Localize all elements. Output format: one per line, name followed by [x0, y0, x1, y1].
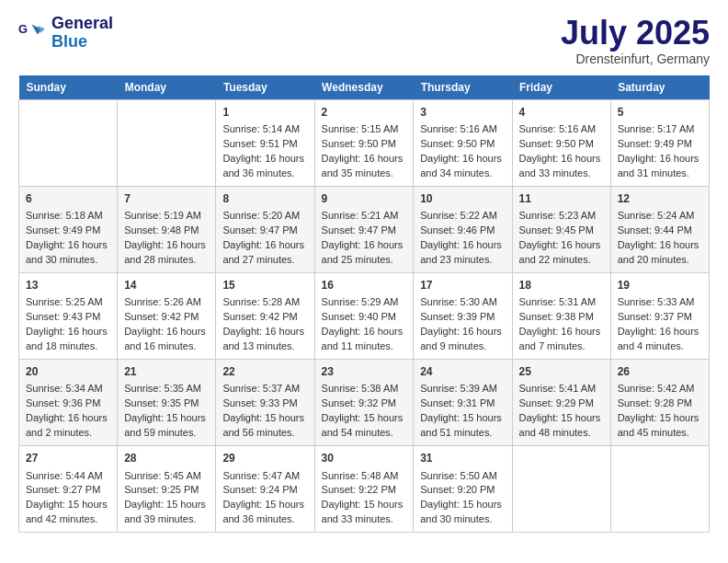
sunrise-text: Sunrise: 5:22 AM [420, 210, 497, 221]
calendar-week-5: 27Sunrise: 5:44 AMSunset: 9:27 PMDayligh… [19, 446, 710, 533]
sunset-text: Sunset: 9:24 PM [222, 484, 297, 495]
daylight-text: Daylight: 16 hours and 28 minutes. [124, 239, 206, 265]
sunset-text: Sunset: 9:50 PM [519, 138, 594, 149]
calendar-cell: 19Sunrise: 5:33 AMSunset: 9:37 PMDayligh… [610, 272, 709, 359]
calendar-cell: 6Sunrise: 5:18 AMSunset: 9:49 PMDaylight… [19, 186, 118, 272]
calendar-cell [512, 446, 610, 533]
calendar-week-4: 20Sunrise: 5:34 AMSunset: 9:36 PMDayligh… [19, 360, 710, 446]
sunrise-text: Sunrise: 5:17 AM [618, 123, 695, 134]
day-number: 17 [420, 278, 505, 293]
calendar-cell: 9Sunrise: 5:21 AMSunset: 9:47 PMDaylight… [314, 186, 414, 272]
day-number: 30 [322, 451, 407, 466]
sunset-text: Sunset: 9:28 PM [618, 397, 692, 408]
sunset-text: Sunset: 9:42 PM [124, 311, 199, 322]
day-number: 1 [222, 105, 307, 121]
day-number: 27 [26, 451, 110, 466]
calendar-cell: 26Sunrise: 5:42 AMSunset: 9:28 PMDayligh… [610, 360, 709, 446]
calendar-cell [610, 446, 709, 533]
day-number: 14 [124, 278, 209, 293]
daylight-text: Daylight: 15 hours and 59 minutes. [124, 412, 206, 438]
daylight-text: Daylight: 15 hours and 39 minutes. [124, 499, 206, 524]
calendar-cell: 30Sunrise: 5:48 AMSunset: 9:22 PMDayligh… [314, 446, 414, 533]
sunrise-text: Sunrise: 5:23 AM [519, 210, 597, 221]
daylight-text: Daylight: 16 hours and 30 minutes. [26, 239, 108, 265]
sunrise-text: Sunrise: 5:18 AM [26, 210, 103, 221]
day-number: 10 [420, 191, 505, 207]
sunrise-text: Sunrise: 5:31 AM [519, 296, 597, 307]
sunset-text: Sunset: 9:50 PM [322, 138, 396, 149]
sunrise-text: Sunrise: 5:47 AM [222, 470, 300, 481]
svg-text:G: G [18, 22, 28, 36]
sunset-text: Sunset: 9:39 PM [420, 311, 495, 322]
day-number: 15 [222, 278, 307, 293]
calendar-cell: 18Sunrise: 5:31 AMSunset: 9:38 PMDayligh… [512, 272, 610, 359]
sunrise-text: Sunrise: 5:41 AM [519, 383, 597, 394]
daylight-text: Daylight: 16 hours and 31 minutes. [618, 153, 700, 178]
day-number: 26 [618, 364, 702, 380]
day-number: 5 [618, 105, 702, 121]
header-friday: Friday [512, 75, 610, 100]
sunrise-text: Sunrise: 5:16 AM [519, 123, 597, 134]
sunrise-text: Sunrise: 5:21 AM [322, 210, 399, 221]
daylight-text: Daylight: 15 hours and 42 minutes. [26, 499, 108, 524]
daylight-text: Daylight: 15 hours and 56 minutes. [222, 412, 304, 438]
day-number: 11 [519, 191, 604, 207]
day-number: 6 [26, 191, 110, 207]
sunrise-text: Sunrise: 5:24 AM [618, 210, 695, 221]
sunset-text: Sunset: 9:38 PM [519, 311, 594, 322]
calendar-cell: 23Sunrise: 5:38 AMSunset: 9:32 PMDayligh… [314, 360, 414, 446]
sunset-text: Sunset: 9:48 PM [124, 224, 199, 236]
daylight-text: Daylight: 16 hours and 20 minutes. [618, 239, 700, 265]
header-tuesday: Tuesday [216, 75, 314, 100]
calendar-body: 1Sunrise: 5:14 AMSunset: 9:51 PMDaylight… [19, 99, 710, 533]
sunset-text: Sunset: 9:40 PM [322, 311, 396, 322]
sunset-text: Sunset: 9:36 PM [26, 397, 100, 408]
day-number: 31 [420, 451, 505, 466]
sunrise-text: Sunrise: 5:50 AM [420, 470, 497, 481]
day-number: 8 [222, 191, 307, 207]
calendar-cell: 2Sunrise: 5:15 AMSunset: 9:50 PMDaylight… [314, 99, 414, 186]
sunset-text: Sunset: 9:32 PM [322, 397, 396, 408]
day-number: 28 [124, 451, 209, 466]
daylight-text: Daylight: 15 hours and 54 minutes. [322, 412, 404, 438]
sunset-text: Sunset: 9:46 PM [420, 224, 495, 236]
daylight-text: Daylight: 16 hours and 2 minutes. [26, 412, 108, 438]
sunrise-text: Sunrise: 5:42 AM [618, 383, 695, 394]
daylight-text: Daylight: 15 hours and 33 minutes. [322, 499, 404, 524]
sunset-text: Sunset: 9:25 PM [124, 484, 199, 495]
header-saturday: Saturday [610, 75, 709, 100]
daylight-text: Daylight: 16 hours and 16 minutes. [124, 326, 206, 351]
calendar-cell: 11Sunrise: 5:23 AMSunset: 9:45 PMDayligh… [512, 186, 610, 272]
sunset-text: Sunset: 9:27 PM [26, 484, 100, 495]
sunset-text: Sunset: 9:43 PM [26, 311, 100, 322]
day-number: 12 [618, 191, 702, 207]
sunrise-text: Sunrise: 5:30 AM [420, 296, 497, 307]
daylight-text: Daylight: 15 hours and 45 minutes. [618, 412, 700, 438]
header-monday: Monday [118, 75, 216, 100]
sunrise-text: Sunrise: 5:34 AM [26, 383, 103, 394]
calendar-cell: 5Sunrise: 5:17 AMSunset: 9:49 PMDaylight… [610, 99, 709, 186]
calendar-week-2: 6Sunrise: 5:18 AMSunset: 9:49 PMDaylight… [19, 186, 710, 272]
sunrise-text: Sunrise: 5:20 AM [222, 210, 300, 221]
sunset-text: Sunset: 9:29 PM [519, 397, 594, 408]
sunset-text: Sunset: 9:35 PM [124, 397, 199, 408]
calendar-cell: 3Sunrise: 5:16 AMSunset: 9:50 PMDaylight… [414, 99, 512, 186]
logo-icon: G [18, 18, 48, 48]
logo: G GeneralBlue [18, 15, 113, 52]
page-header: G GeneralBlue July 2025 Drensteinfurt, G… [18, 15, 710, 66]
day-number: 21 [124, 364, 209, 380]
title-area: July 2025 Drensteinfurt, Germany [561, 15, 710, 66]
daylight-text: Daylight: 15 hours and 30 minutes. [420, 499, 502, 524]
calendar-cell: 27Sunrise: 5:44 AMSunset: 9:27 PMDayligh… [19, 446, 118, 533]
calendar-cell: 14Sunrise: 5:26 AMSunset: 9:42 PMDayligh… [118, 272, 216, 359]
day-number: 19 [618, 278, 702, 293]
daylight-text: Daylight: 16 hours and 4 minutes. [618, 326, 700, 351]
daylight-text: Daylight: 16 hours and 33 minutes. [519, 153, 601, 178]
day-number: 22 [222, 364, 307, 380]
day-number: 13 [26, 278, 110, 293]
daylight-text: Daylight: 16 hours and 25 minutes. [322, 239, 404, 265]
sunrise-text: Sunrise: 5:39 AM [420, 383, 497, 394]
calendar-cell: 21Sunrise: 5:35 AMSunset: 9:35 PMDayligh… [118, 360, 216, 446]
calendar-week-1: 1Sunrise: 5:14 AMSunset: 9:51 PMDaylight… [19, 99, 710, 186]
header-sunday: Sunday [19, 75, 118, 100]
